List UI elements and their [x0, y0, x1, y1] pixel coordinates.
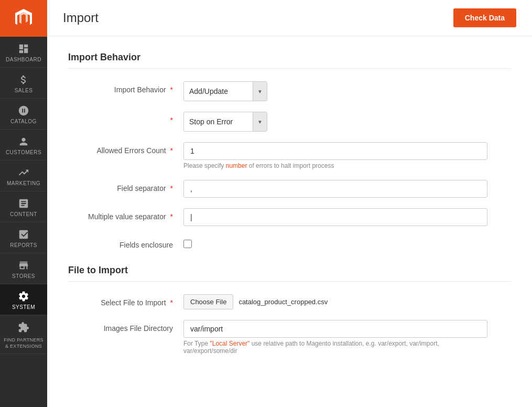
sidebar-item-dashboard-label: DASHBOARD — [6, 57, 41, 63]
sidebar-item-customers-label: CUSTOMERS — [6, 149, 41, 156]
import-behavior-select[interactable]: Add/Update Replace Delete — [184, 83, 253, 100]
multiple-value-separator-input[interactable] — [183, 208, 487, 226]
on-error-dropdown-arrow[interactable]: ▼ — [253, 112, 267, 131]
sidebar-item-stores-label: STORES — [12, 273, 35, 280]
on-error-select[interactable]: Stop on Error Skip Errors — [184, 113, 253, 130]
fields-enclosure-group: Fields enclosure — [68, 237, 511, 249]
on-error-select-wrap: Stop on Error Skip Errors ▼ — [183, 112, 267, 132]
multiple-value-separator-control — [183, 208, 487, 226]
on-error-control: Stop on Error Skip Errors ▼ — [183, 112, 487, 132]
sidebar-item-dashboard[interactable]: DASHBOARD — [0, 37, 47, 68]
select-file-control: Choose File catalog_product_cropped.csv — [183, 294, 487, 309]
import-behavior-dropdown-arrow[interactable]: ▼ — [253, 82, 267, 101]
images-file-directory-control: For Type "Local Server" use relative pat… — [183, 320, 487, 355]
sidebar-item-sales[interactable]: SALES — [0, 68, 47, 99]
allowed-errors-control: Please specify number of errors to halt … — [183, 142, 487, 169]
file-input-wrap: Choose File catalog_product_cropped.csv — [183, 294, 487, 309]
content-area: Import Behavior Import Behavior * Add/Up… — [47, 36, 532, 381]
images-file-directory-label: Images File Directory — [68, 320, 183, 333]
allowed-errors-group: Allowed Errors Count * Please specify nu… — [68, 142, 511, 169]
choose-file-button[interactable]: Choose File — [183, 294, 233, 309]
field-separator-required: * — [170, 184, 173, 192]
sidebar: DASHBOARD SALES CATALOG CUSTOMERS MARKET… — [0, 0, 47, 407]
sidebar-item-marketing[interactable]: MARKETING — [0, 160, 47, 191]
sidebar-item-system[interactable]: SYSTEM — [0, 284, 47, 315]
field-separator-input[interactable] — [183, 180, 487, 198]
sidebar-item-reports-label: REPORTS — [10, 242, 37, 249]
multiple-value-separator-required: * — [170, 212, 173, 221]
fields-enclosure-checkbox-wrap — [183, 237, 487, 248]
fields-enclosure-label: Fields enclosure — [68, 237, 183, 249]
stores-icon — [18, 260, 29, 271]
sidebar-item-content[interactable]: CONTENT — [0, 191, 47, 222]
extensions-icon — [18, 322, 29, 333]
sidebar-item-reports[interactable]: REPORTS — [0, 222, 47, 253]
on-error-label: * — [68, 112, 183, 124]
dashboard-icon — [18, 43, 29, 55]
import-behavior-select-wrap: Add/Update Replace Delete ▼ — [183, 81, 267, 101]
reports-icon — [18, 229, 29, 240]
file-to-import-section-title: File to Import — [68, 265, 511, 282]
customers-icon — [18, 136, 29, 147]
allowed-errors-input[interactable] — [183, 142, 487, 160]
multiple-value-separator-group: Multiple value separator * — [68, 208, 511, 226]
on-error-required: * — [170, 116, 173, 124]
file-name: catalog_product_cropped.csv — [238, 298, 328, 306]
fields-enclosure-control — [183, 237, 487, 248]
page-header: Import Check Data — [47, 0, 532, 36]
import-behavior-section: Import Behavior Import Behavior * Add/Up… — [68, 52, 511, 249]
images-file-directory-hint: For Type "Local Server" use relative pat… — [183, 340, 487, 355]
catalog-icon — [18, 105, 29, 116]
allowed-errors-hint: Please specify number of errors to halt … — [183, 162, 487, 169]
sidebar-item-catalog[interactable]: CATALOG — [0, 99, 47, 130]
import-behavior-section-title: Import Behavior — [68, 52, 511, 69]
system-icon — [18, 291, 29, 302]
sidebar-item-find-partners-label: FIND PARTNERS& EXTENSIONS — [4, 337, 44, 349]
sidebar-item-sales-label: SALES — [15, 88, 33, 94]
field-separator-control — [183, 180, 487, 198]
sidebar-item-content-label: CONTENT — [10, 211, 37, 218]
import-behavior-required: * — [170, 85, 173, 94]
sidebar-item-catalog-label: CATALOG — [10, 119, 37, 125]
sidebar-item-system-label: SYSTEM — [12, 304, 35, 310]
check-data-button[interactable]: Check Data — [453, 8, 516, 27]
field-separator-label: Field separator * — [68, 180, 183, 192]
sidebar-item-customers[interactable]: CUSTOMERS — [0, 130, 47, 160]
images-file-directory-group: Images File Directory For Type "Local Se… — [68, 320, 511, 355]
sales-icon — [18, 74, 29, 85]
main-content: Import Check Data Import Behavior Import… — [47, 0, 532, 407]
page-title: Import — [63, 10, 99, 25]
import-behavior-group: Import Behavior * Add/Update Replace Del… — [68, 81, 511, 101]
select-file-required: * — [170, 298, 173, 307]
sidebar-item-stores[interactable]: STORES — [0, 253, 47, 284]
multiple-value-separator-label: Multiple value separator * — [68, 208, 183, 221]
sidebar-item-marketing-label: MARKETING — [7, 180, 40, 187]
sidebar-item-find-partners[interactable]: FIND PARTNERS& EXTENSIONS — [0, 315, 47, 354]
magento-logo[interactable] — [0, 0, 47, 37]
on-error-group: * Stop on Error Skip Errors ▼ — [68, 112, 511, 132]
select-file-group: Select File to Import * Choose File cata… — [68, 294, 511, 309]
fields-enclosure-checkbox[interactable] — [183, 240, 192, 248]
import-behavior-label: Import Behavior * — [68, 81, 183, 94]
file-to-import-section: File to Import Select File to Import * C… — [68, 265, 511, 355]
select-file-label: Select File to Import * — [68, 294, 183, 307]
content-icon — [18, 198, 29, 209]
marketing-icon — [18, 167, 29, 178]
field-separator-group: Field separator * — [68, 180, 511, 198]
allowed-errors-required: * — [170, 146, 173, 155]
images-file-directory-input[interactable] — [183, 320, 487, 338]
import-behavior-control: Add/Update Replace Delete ▼ — [183, 81, 487, 101]
allowed-errors-label: Allowed Errors Count * — [68, 142, 183, 155]
